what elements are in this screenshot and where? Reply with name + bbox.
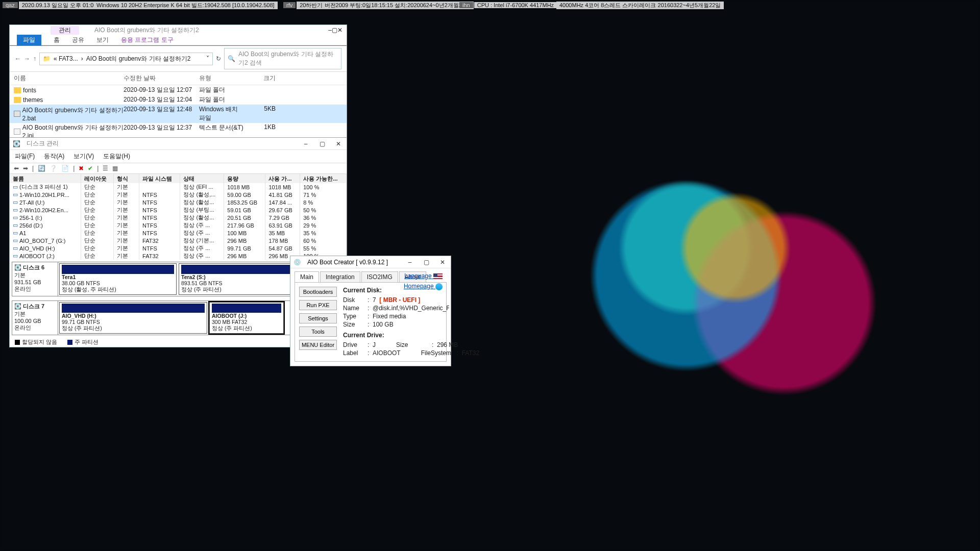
maximize-button[interactable]: ▢ — [418, 259, 434, 266]
folder-icon — [14, 97, 21, 103]
volume-row[interactable]: ▭256d (D:)단순기본NTFS정상 (주 ...217.96 GB63.9… — [10, 221, 347, 229]
drive-icon: ▭ — [13, 184, 18, 190]
overlay-chip: qaz2020.09.13 일요일 오후 01:04:41 — [3, 1, 108, 9]
nav-up-icon[interactable]: ↑ — [33, 55, 36, 62]
tab-iso2img[interactable]: ISO2IMG — [361, 271, 398, 282]
disk-icon: 💽 — [14, 264, 21, 270]
legend-item: 할당되지 않음 — [15, 338, 57, 346]
tb-props-icon[interactable]: 📄 — [61, 165, 69, 172]
globe-icon — [435, 283, 443, 290]
tab-main[interactable]: Main — [295, 271, 319, 282]
volume-row[interactable]: ▭(디스크 3 파티션 1)단순기본정상 (EFI ...1018 MB1018… — [10, 183, 347, 191]
column-header[interactable]: 사용 가능한... — [300, 174, 347, 183]
homepage-link[interactable]: Homepage — [404, 283, 443, 290]
tb-back-icon[interactable]: ⬅ — [14, 165, 19, 172]
column-header[interactable]: 파일 시스템 — [139, 174, 180, 183]
volume-row[interactable]: ▭2-Win10.20H2.En...단순기본NTFS정상 (부팅...59.0… — [10, 206, 347, 214]
partition[interactable]: AIOBOOT (J:)300 MB FAT32정상 (주 파티션) — [209, 302, 284, 334]
app-icon: 💿 — [290, 259, 304, 266]
tb-fwd-icon[interactable]: ➡ — [23, 165, 28, 172]
column-header[interactable]: 수정한 날짜 — [124, 74, 199, 83]
tools-button[interactable]: Tools — [299, 327, 337, 337]
tb-help-icon[interactable]: ❔ — [50, 165, 57, 172]
column-header[interactable]: 크기 — [245, 74, 276, 83]
column-header[interactable]: 형식 — [114, 174, 139, 183]
window-title: AIO Boot Creator [ v0.9.9.12 ] — [304, 259, 402, 266]
drive-icon: ▭ — [13, 222, 18, 229]
minimize-button[interactable]: – — [298, 140, 314, 147]
maximize-button[interactable]: ▢ — [332, 27, 337, 34]
menu-item[interactable]: 도움말(H) — [103, 152, 130, 161]
run-pxe-button[interactable]: Run PXE — [299, 300, 337, 310]
search-icon: 🔍 — [228, 55, 235, 62]
drive-icon: ▭ — [13, 199, 18, 206]
bat-icon — [14, 111, 20, 117]
file-row[interactable]: fonts2020-09-13 일요일 12:07파일 폴더 — [10, 85, 347, 95]
minimize-button[interactable]: – — [402, 259, 418, 266]
menu-item[interactable]: 보기(V) — [74, 152, 94, 161]
column-header[interactable]: 볼륨 — [10, 174, 81, 183]
drive-icon: ▭ — [13, 207, 18, 213]
settings-button[interactable]: Settings — [299, 313, 337, 323]
nav-fwd-icon[interactable]: → — [24, 55, 30, 62]
volume-row[interactable]: ▭256-1 (I:)단순기본NTFS정상 (활성...20.51 GB7.29… — [10, 214, 347, 221]
ribbon-tab[interactable]: 홈 — [54, 36, 60, 44]
tb-delete-icon[interactable]: ✖ — [79, 165, 84, 172]
refresh-icon[interactable]: ↻ — [216, 55, 221, 62]
mbr-uefi-badge: [ MBR - UEFI ] — [379, 296, 420, 304]
tb-check-icon[interactable]: ✔ — [88, 165, 93, 172]
current-drive-heading: Current Drive: — [343, 332, 479, 339]
drive-icon: ▭ — [13, 253, 18, 259]
address-bar[interactable]: 📁 « FAT3... › AIO Boot의 grubenv와 기타 설정하기… — [39, 53, 213, 65]
nav-back-icon[interactable]: ← — [15, 55, 21, 62]
column-header[interactable]: 용량 — [224, 174, 265, 183]
minimize-button[interactable]: – — [328, 27, 332, 34]
tab-integration[interactable]: Integration — [320, 271, 360, 282]
volume-row[interactable]: ▭AIO_VHD (H:)단순기본NTFS정상 (주 ...99.71 GB54… — [10, 244, 347, 252]
bootloaders-button[interactable]: Bootloaders — [299, 287, 337, 297]
menu-item[interactable]: 파일(F) — [15, 152, 35, 161]
tb-list-icon[interactable]: ☰ — [103, 165, 108, 172]
flag-us-icon — [433, 273, 443, 279]
language-link[interactable]: Language — [404, 272, 443, 280]
tb-refresh-icon[interactable]: 🔄 — [38, 165, 45, 172]
partition[interactable]: AIO_VHD (H:)99.71 GB NTFS정상 (주 파티션) — [59, 302, 207, 334]
folder-icon: 📁 — [43, 55, 51, 62]
disk-icon: 💽 — [14, 303, 21, 309]
close-button[interactable]: ✕ — [434, 259, 451, 266]
file-row[interactable]: AIO Boot의 grubenv와 기타 설정하기2.bat2020-09-1… — [10, 105, 347, 123]
ribbon-context-manage[interactable]: 관리 — [51, 26, 79, 35]
window-title: 디스크 관리 — [23, 139, 298, 148]
volume-row[interactable]: ▭2T-All (U:)단순기본NTFS정상 (활성...1853.25 GB1… — [10, 198, 347, 206]
column-header[interactable]: 사용 가... — [265, 174, 300, 183]
volume-row[interactable]: ▭A1단순기본NTFS정상 (주 ...100 MB35 MB35 % — [10, 229, 347, 237]
partition[interactable]: Tera138.00 GB NTFS정상 (활성, 주 파티션) — [59, 263, 177, 295]
tb-grid-icon[interactable]: ▦ — [112, 165, 118, 172]
column-header[interactable]: 유형 — [199, 74, 245, 83]
column-header[interactable]: 상태 — [180, 174, 224, 183]
ribbon-tab[interactable]: 보기 — [96, 36, 109, 44]
drive-icon: ▭ — [13, 237, 18, 244]
column-header[interactable]: 레이아웃 — [81, 174, 113, 183]
search-input[interactable]: 🔍 AIO Boot의 grubenv와 기타 설정하기2 검색 — [224, 48, 341, 69]
overlay-chip: 4000MHz 4코어 8스레드 스카이레이크 20160322~4년5개월22… — [556, 1, 724, 9]
drive-icon: ▭ — [13, 245, 18, 252]
file-row[interactable]: themes2020-09-13 일요일 12:04파일 폴더 — [10, 95, 347, 105]
folder-icon — [14, 87, 21, 93]
overlay-chip: ihnCPU : Intel i7-6700K 4417MHz — [459, 1, 557, 9]
column-header[interactable]: 이름 — [14, 74, 124, 83]
close-button[interactable]: ✕ — [337, 27, 342, 34]
close-button[interactable]: ✕ — [330, 140, 347, 147]
ribbon-tab[interactable]: 파일 — [17, 35, 41, 45]
menu-item[interactable]: 동작(A) — [44, 152, 64, 161]
ribbon-tab[interactable]: 공유 — [72, 36, 84, 44]
volume-row[interactable]: ▭AIO_BOOT_7 (G:)단순기본FAT32정상 (기본...296 MB… — [10, 237, 347, 244]
drive-icon: ▭ — [13, 214, 18, 221]
menu-editor-button[interactable]: MENU Editor — [299, 340, 337, 350]
maximize-button[interactable]: ▢ — [314, 140, 330, 147]
app-icon: 💽 — [10, 140, 23, 147]
drive-icon: ▭ — [13, 230, 18, 236]
overlay-chip: rfv20하반기 버전2009 부팅:0일18:15:15 설치:2020062… — [283, 1, 474, 9]
overlay-chip: Windows 10 20H2 Enterprise K 64 bit 빌드:1… — [93, 1, 278, 9]
volume-row[interactable]: ▭1-Win10.20H1.PR...단순기본NTFS정상 (활성,...59.… — [10, 191, 347, 198]
